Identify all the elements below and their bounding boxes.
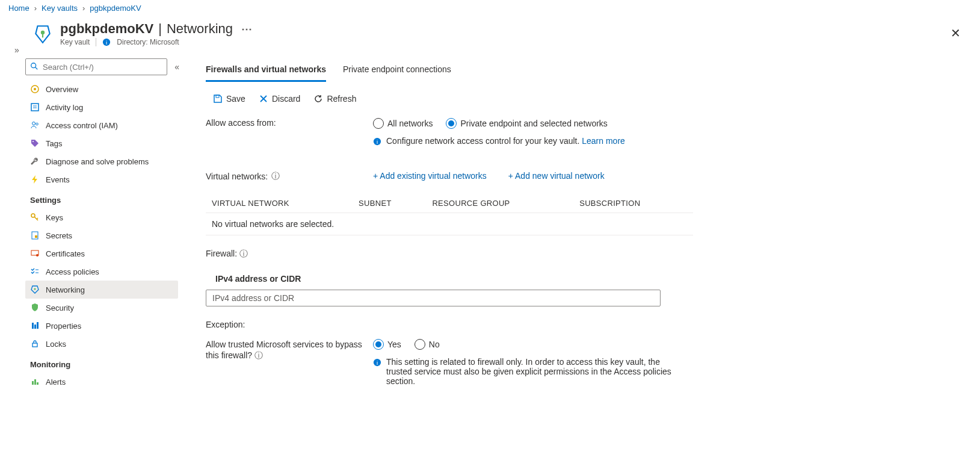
main-panel: Firewalls and virtual networks Private e… [182,58,904,466]
secret-icon [30,231,40,240]
radio-bypass-yes[interactable]: Yes [373,339,401,350]
refresh-icon [313,94,323,104]
svg-text:i: i [106,39,107,46]
activity-log-icon [30,102,40,112]
lightning-icon [30,175,40,184]
people-icon [30,120,40,130]
svg-rect-15 [35,235,37,238]
svg-point-20 [34,288,36,290]
nav-security[interactable]: Security [25,299,178,317]
info-icon: i [373,137,381,146]
directory-label: Directory: Microsoft [117,38,179,46]
nav-tags[interactable]: Tags [25,134,178,152]
nav-events[interactable]: Events [25,170,178,188]
nav-overview[interactable]: Overview [25,80,178,98]
breadcrumb: Home › Key vaults › pgbkpdemoKV [0,0,980,16]
save-button[interactable]: Save [213,94,245,104]
svg-rect-23 [37,322,39,329]
nav-locks[interactable]: Locks [25,335,178,353]
cidr-heading: IPv4 address or CIDR [206,266,904,290]
svg-point-17 [36,254,39,256]
col-rg: Resource Group [426,194,573,213]
tab-firewalls[interactable]: Firewalls and virtual networks [206,62,326,82]
exception-note: This setting is related to firewall only… [386,357,674,386]
cidr-input[interactable] [206,290,661,306]
nav-access-control[interactable]: Access control (IAM) [25,116,178,134]
wrench-icon [30,157,40,166]
checklist-icon [30,267,40,276]
svg-rect-7 [31,104,39,111]
info-icon[interactable]: ⓘ [271,171,280,182]
chevron-right-icon: › [82,4,85,13]
svg-text:i: i [377,138,378,145]
svg-rect-21 [32,323,34,329]
svg-point-11 [36,123,39,125]
info-icon: i [102,38,111,46]
svg-point-0 [41,31,45,34]
svg-point-12 [32,141,34,142]
collapse-sidebar-button[interactable]: « [172,60,182,74]
discard-button[interactable]: Discard [259,94,300,104]
nav-access-policies[interactable]: Access policies [25,263,178,281]
learn-more-link[interactable]: Learn more [582,136,625,146]
lock-icon [30,339,40,349]
vnet-table: Virtual Network Subnet Resource Group Su… [206,194,693,235]
shield-icon [30,303,40,312]
nav-alerts[interactable]: Alerts [25,373,178,391]
exception-heading: Exception: [206,306,904,335]
radio-all-networks[interactable]: All networks [373,118,433,129]
nav-properties[interactable]: Properties [25,317,178,335]
nav-keys[interactable]: Keys [25,208,178,226]
refresh-button[interactable]: Refresh [313,94,356,104]
col-subnet: Subnet [353,194,426,213]
allow-access-label: Allow access from: [206,118,373,128]
info-icon[interactable]: ⓘ [239,249,248,258]
tab-private-endpoint[interactable]: Private endpoint connections [343,62,451,82]
svg-rect-25 [32,381,34,385]
breadcrumb-resource[interactable]: pgbkpdemoKV [90,4,141,13]
svg-point-3 [31,63,36,68]
alerts-icon [30,377,40,387]
breadcrumb-keyvaults[interactable]: Key vaults [42,4,78,13]
sidebar-search-input[interactable] [25,58,167,75]
search-icon [30,62,39,72]
radio-selected-networks[interactable]: Private endpoint and selected networks [446,118,607,129]
page-title: pgbkpdemoKV | Networking ⋯ [60,21,256,37]
nav-secrets[interactable]: Secrets [25,226,178,244]
vnet-label: Virtual networks: ⓘ [206,171,373,182]
svg-line-4 [35,67,38,70]
svg-rect-27 [37,382,39,385]
col-vnet: Virtual Network [206,194,353,213]
more-button[interactable]: ⋯ [238,21,256,37]
certificate-icon [30,249,40,258]
resource-type-label: Key vault [60,38,90,46]
svg-point-6 [34,88,36,90]
expand-menu-icon[interactable]: » [14,45,19,55]
keyvault-icon [32,23,53,44]
close-button[interactable]: ✕ [940,21,972,45]
exception-question: Allow trusted Microsoft services to bypa… [206,339,373,361]
nav-diagnose[interactable]: Diagnose and solve problems [25,152,178,170]
svg-rect-26 [34,379,36,385]
svg-rect-24 [32,343,37,347]
nav-networking[interactable]: Networking [25,281,178,299]
save-icon [213,94,223,104]
allow-hint-text: Configure network access control for you… [386,136,579,146]
svg-point-10 [32,122,35,125]
add-new-vnet-link[interactable]: + Add new virtual network [508,171,605,181]
info-icon: i [373,358,381,367]
svg-rect-22 [34,325,36,329]
svg-text:i: i [377,359,378,366]
vnet-empty-message: No virtual networks are selected. [206,213,693,235]
networking-icon [30,285,40,294]
nav-activity-log[interactable]: Activity log [25,98,178,116]
breadcrumb-home[interactable]: Home [8,4,29,13]
add-existing-vnet-link[interactable]: + Add existing virtual networks [373,171,487,181]
nav-heading-monitoring: Monitoring [25,353,178,373]
properties-icon [30,321,40,331]
radio-bypass-no[interactable]: No [414,339,440,350]
key-icon [30,213,40,222]
nav-certificates[interactable]: Certificates [25,244,178,263]
info-icon[interactable]: ⓘ [254,350,263,360]
nav-heading-settings: Settings [25,188,178,208]
